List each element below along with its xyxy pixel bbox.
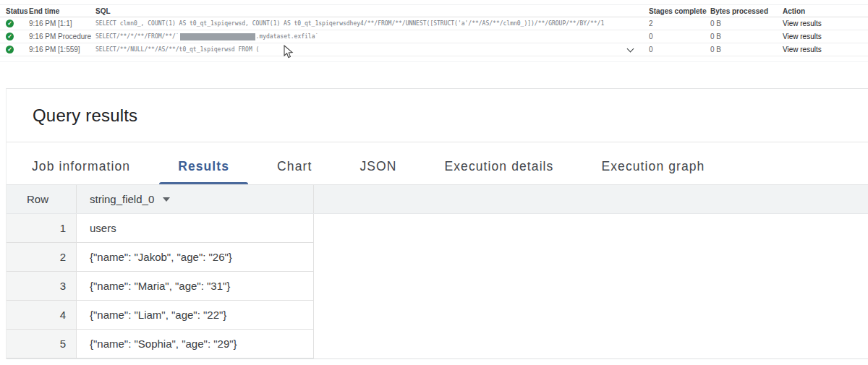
header-filler <box>314 185 868 213</box>
field-header-label: string_field_0 <box>90 193 154 205</box>
query-results-tab-bar: Job information Results Chart JSON Execu… <box>7 142 868 185</box>
job-row-3[interactable]: ✓ 9:16 PM [1:559] SELECT/**/NULL/**/AS/*… <box>0 43 868 56</box>
table-bottom-border <box>7 358 868 359</box>
job-end-time: 9:16 PM [1:1] <box>29 20 95 27</box>
view-results-link[interactable]: View results <box>775 20 862 27</box>
row-number: 4 <box>7 301 77 330</box>
job-sql-text: SELECT clmn0_, COUNT(1) AS t0_qt_1spiqer… <box>95 20 645 27</box>
table-row: 5 {"name": "Sophia", "age": "29"} <box>7 330 868 358</box>
job-history-footer-spacer <box>0 56 868 62</box>
job-stages-completed: 2 <box>645 20 707 27</box>
job-end-time: 9:16 PM Procedure <box>29 33 95 40</box>
column-header-end-time: End time <box>29 7 95 15</box>
tab-execution-details[interactable]: Execution details <box>420 159 577 184</box>
view-results-link[interactable]: View results <box>775 46 862 53</box>
table-row: 2 {"name": "Jakob", "age": "26"} <box>7 243 868 272</box>
column-header-string-field-0[interactable]: string_field_0 <box>77 185 314 213</box>
table-row: 1 users <box>7 214 868 243</box>
tab-execution-graph[interactable]: Execution graph <box>577 159 728 184</box>
job-end-time: 9:16 PM [1:559] <box>29 46 95 53</box>
column-header-action: Action <box>775 7 862 15</box>
cell-value[interactable]: {"name": "Liam", "age": "22"} <box>77 301 314 330</box>
success-check-icon: ✓ <box>6 33 14 40</box>
job-sql-text: SELECT/**/*/**/FROM/**/`.mydataset.exfil… <box>95 33 645 40</box>
cell-value[interactable]: {"name": "Jakob", "age": "26"} <box>77 243 314 272</box>
row-number: 5 <box>7 330 77 358</box>
tab-results[interactable]: Results <box>154 159 253 184</box>
dropdown-arrow-icon[interactable] <box>163 197 170 202</box>
column-header-sql: SQL <box>95 7 645 15</box>
column-header-status: Status <box>0 7 29 15</box>
job-row-2[interactable]: ✓ 9:16 PM Procedure SELECT/**/*/**/FROM/… <box>0 30 868 43</box>
bigquery-results-screen: Status End time SQL Stages completed Byt… <box>0 0 868 365</box>
job-stages-completed: 0 <box>645 46 707 53</box>
job-bytes-processed: 0 B <box>707 33 775 40</box>
column-header-bytes-processed: Bytes processed <box>707 7 775 15</box>
table-row: 4 {"name": "Liam", "age": "22"} <box>7 301 868 330</box>
job-row-1[interactable]: ✓ 9:16 PM [1:1] SELECT clmn0_, COUNT(1) … <box>0 17 868 30</box>
job-bytes-processed: 0 B <box>707 20 775 27</box>
table-row: 3 {"name": "Maria", "age": "31"} <box>7 272 868 301</box>
job-stages-completed: 0 <box>645 33 707 40</box>
tab-json[interactable]: JSON <box>336 159 420 184</box>
row-number: 2 <box>7 243 77 272</box>
success-check-icon: ✓ <box>6 46 14 53</box>
cell-value[interactable]: users <box>77 214 314 243</box>
row-number: 3 <box>7 272 77 301</box>
results-table-header: Row string_field_0 <box>7 185 868 214</box>
cell-value[interactable]: {"name": "Sophia", "age": "29"} <box>77 330 314 358</box>
job-history-header-row: Status End time SQL Stages completed Byt… <box>0 5 868 17</box>
sql-prefix: SELECT/**/*/**/FROM/**/` <box>95 33 179 40</box>
cell-value[interactable]: {"name": "Maria", "age": "31"} <box>77 272 314 301</box>
view-results-link[interactable]: View results <box>775 33 862 40</box>
success-check-icon: ✓ <box>6 20 14 27</box>
mouse-cursor-icon <box>284 45 294 59</box>
column-header-stages-completed: Stages completed <box>645 7 707 15</box>
redacted-project-id-block <box>180 33 255 40</box>
column-header-row: Row <box>7 185 77 213</box>
page-title: Query results <box>7 89 868 142</box>
tab-chart[interactable]: Chart <box>253 159 336 184</box>
job-history-table: Status End time SQL Stages completed Byt… <box>0 4 868 62</box>
row-number: 1 <box>7 214 77 243</box>
tab-job-information[interactable]: Job information <box>8 159 154 184</box>
job-bytes-processed: 0 B <box>707 46 775 53</box>
sql-suffix: .mydataset.exfila` <box>256 33 319 40</box>
query-results-panel: Query results Job information Results Ch… <box>6 88 868 359</box>
job-sql-text: SELECT/**/NULL/**/AS/**/t0_qt_1spiqerwsd… <box>95 46 645 53</box>
